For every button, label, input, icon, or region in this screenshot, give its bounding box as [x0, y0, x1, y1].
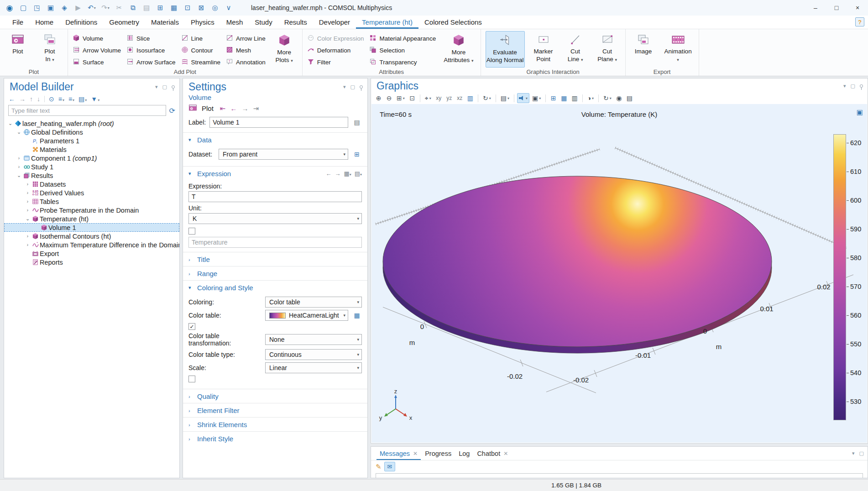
chevron-right-icon[interactable]: › [24, 182, 31, 187]
go-to-default-view-button[interactable]: ⌖▾ [423, 93, 433, 103]
description-input[interactable] [188, 237, 362, 248]
panel-menu-icon[interactable]: ▾ [155, 84, 158, 90]
clear-messages-icon[interactable]: ✎ [376, 463, 382, 471]
pin-icon[interactable] [360, 85, 363, 89]
more-plots-button[interactable]: MorePlots ▾ [271, 31, 298, 68]
tree-item-reports[interactable]: Reports [4, 258, 179, 266]
range-section-header[interactable]: › Range [183, 266, 367, 280]
settings-plot-button[interactable]: Plot [202, 104, 214, 112]
selection-button[interactable]: Selection [369, 46, 436, 55]
expression-input[interactable] [188, 191, 362, 202]
transparency-button[interactable]: Transparency [369, 57, 436, 67]
insert-expression-icon[interactable]: ▤▾ [355, 170, 362, 177]
cut-plane-button[interactable]: CutPlane ▾ [594, 31, 621, 68]
tree-item-maximum-temperature-difference-in-the-domain[interactable]: ›*Maximum Temperature Difference in the … [4, 240, 179, 249]
image-export-settings-button[interactable]: ▤▾ [499, 93, 511, 103]
section-header[interactable]: ›Element Filter [183, 403, 367, 417]
chevron-right-icon[interactable]: › [24, 234, 31, 239]
dataset-select[interactable]: From parent [219, 149, 348, 160]
filter-tree-icon[interactable]: ▼▾ [91, 95, 99, 103]
tree-item-temperature-ht-[interactable]: ⌄Temperature (ht) [4, 214, 179, 223]
tree-item-component-1[interactable]: ›Component 1 (comp1) [4, 154, 179, 162]
tab-colored-selections[interactable]: Colored Selections [418, 16, 488, 29]
plot-button[interactable]: Plot [5, 31, 31, 68]
float-panel-icon[interactable]: ▢ [162, 84, 167, 90]
tree-item-results[interactable]: ⌄Results [4, 171, 179, 180]
slice-button[interactable]: Slice [126, 34, 176, 43]
tab-temperature-ht-[interactable]: Temperature (ht) [356, 16, 418, 29]
sound-button[interactable]: ▾ [517, 93, 529, 103]
copy-icon[interactable]: ⧉ [127, 2, 139, 14]
color-table-select[interactable]: HeatCameraLight [265, 310, 348, 321]
chevron-right-icon[interactable]: › [24, 199, 31, 204]
run-icon[interactable]: ▶ [72, 2, 84, 14]
zoom-in-button[interactable]: ⊕ [374, 93, 383, 103]
tree-item-laser-heating-wafer-mph[interactable]: ⌄laser_heating_wafer.mph (root) [4, 119, 179, 128]
tab-mesh[interactable]: Mesh [220, 16, 249, 29]
tree-item-isothermal-contours-ht-[interactable]: ›Isothermal Contours (ht) [4, 232, 179, 240]
print-plot-button[interactable]: ▤ [625, 93, 634, 103]
close-button[interactable]: × [847, 0, 868, 16]
marker-point-button[interactable]: MarkerPoint [530, 31, 557, 68]
tree-item-tables[interactable]: ›Tables [4, 197, 179, 206]
save-icon[interactable]: ▣ [45, 2, 57, 14]
pin-icon[interactable] [860, 84, 863, 88]
label-input[interactable] [209, 117, 348, 128]
chevron-down-icon[interactable]: ⌄ [24, 216, 31, 222]
result-table-button[interactable]: ▥ [570, 93, 579, 103]
tab-results[interactable]: Results [278, 16, 313, 29]
coloring-select[interactable]: Color table [265, 297, 362, 308]
chevron-down-icon[interactable]: ⌄ [16, 172, 22, 178]
rename-icon[interactable]: ▤ [352, 117, 362, 127]
tab-materials[interactable]: Materials [145, 16, 185, 29]
float-panel-icon[interactable]: ▢ [350, 84, 355, 90]
tree-item-materials[interactable]: Materials [4, 145, 179, 154]
replace-expression-icon[interactable]: ▦▾ [344, 170, 351, 177]
first-plot-icon[interactable]: ⇤ [220, 104, 226, 113]
data-section-header[interactable]: ▾ Data [183, 133, 367, 146]
select-box-icon[interactable]: ⊡ [182, 2, 193, 14]
help-button[interactable]: ? [855, 17, 864, 26]
tree-item-export[interactable]: Export [4, 249, 179, 258]
undo-icon[interactable]: ↶▾ [86, 2, 98, 14]
volume-button[interactable]: Volume [73, 34, 121, 43]
tree-item-derived-values[interactable]: ›8.85e-12Derived Values [4, 188, 179, 197]
plot-settings-icon[interactable]: ▣ [857, 108, 863, 116]
rotate-view-button[interactable]: ↻▾ [481, 93, 493, 103]
show-legends-button[interactable]: ▦ [559, 93, 569, 103]
tab-home[interactable]: Home [29, 16, 59, 29]
isosurface-button[interactable]: Isosurface [126, 46, 176, 55]
show-on-new-message-toggle[interactable]: ✉ [384, 462, 395, 471]
color-legend-checkbox[interactable]: ✓ [188, 323, 195, 330]
previous-plot-icon[interactable]: ← [230, 104, 237, 112]
last-plot-icon[interactable]: ⇥ [253, 104, 259, 113]
search-icon[interactable]: ◎ [209, 2, 221, 14]
line-button[interactable]: Line [181, 34, 221, 43]
section-header[interactable]: ›Quality [183, 389, 367, 403]
plot-in-button[interactable]: PlotIn ▾ [37, 31, 63, 68]
chevron-right-icon[interactable]: › [24, 190, 31, 195]
tree-item-probe-temperature-in-the-domain[interactable]: ›Probe Temperature in the Domain [4, 206, 179, 214]
tab-log[interactable]: Log [455, 447, 473, 460]
move-up-icon[interactable]: ↑ [30, 95, 33, 103]
surface-button[interactable]: Surface [73, 57, 121, 67]
clear-selection-icon[interactable]: ⊠ [195, 2, 207, 14]
show-hide-icon[interactable]: ⊙ [49, 95, 54, 103]
zoom-extents-button[interactable]: ⊡ [408, 93, 417, 103]
title-section-header[interactable]: › Title [183, 252, 367, 266]
close-icon[interactable]: ✕ [503, 450, 508, 457]
chevron-right-icon[interactable]: › [16, 164, 22, 169]
tab-chatbot[interactable]: Chatbot✕ [474, 447, 511, 460]
annotation-button[interactable]: TAnnotation [226, 57, 266, 67]
model-tree-nodes-icon[interactable]: ▤▾ [78, 95, 87, 103]
plot-windows-button[interactable]: ▣▾ [530, 93, 543, 103]
view-yz-button[interactable]: yz [444, 93, 454, 103]
tab-progress[interactable]: Progress [422, 447, 455, 460]
arrow-volume-button[interactable]: Arrow Volume [73, 46, 121, 55]
cut-icon[interactable]: ✂ [113, 2, 125, 14]
forward-icon[interactable]: → [19, 95, 26, 103]
back-icon[interactable]: ← [9, 95, 15, 103]
filter-button[interactable]: Filter [307, 57, 364, 67]
contour-button[interactable]: Contour [181, 46, 221, 55]
color-table-type-select[interactable]: Continuous [265, 349, 362, 360]
